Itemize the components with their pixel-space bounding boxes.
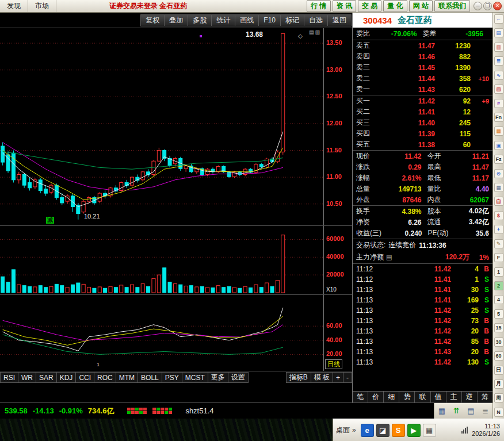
- pencil-icon[interactable]: ✎: [494, 239, 503, 248]
- quote-tab-3[interactable]: 势: [399, 392, 415, 402]
- quote-tab-8[interactable]: 筹: [478, 392, 492, 402]
- tick-row-1[interactable]: 11:1211.411S: [353, 274, 492, 285]
- window-icon[interactable]: ▦: [438, 406, 445, 416]
- indicator-tab-wr[interactable]: WR: [18, 372, 36, 383]
- indicator-tab-设置[interactable]: 设置: [228, 372, 249, 383]
- indicator-action-2[interactable]: +: [333, 372, 343, 383]
- nav-button-5[interactable]: 联系我们: [434, 0, 470, 12]
- period-day[interactable]: 日: [494, 366, 503, 375]
- period-2[interactable]: 2: [494, 281, 503, 290]
- indicator-chart-svg[interactable]: [0, 295, 323, 371]
- toolbar-button-0[interactable]: 复权: [141, 15, 165, 26]
- quote-tab-4[interactable]: 联: [415, 392, 430, 402]
- nav-button-4[interactable]: 网 站: [409, 0, 433, 12]
- report-icon[interactable]: ▤: [494, 28, 503, 37]
- toolbar-button-1[interactable]: 叠加: [165, 15, 188, 26]
- tick-row-0[interactable]: 11:1211.424B: [353, 264, 492, 274]
- chevron-icon[interactable]: »: [352, 426, 356, 434]
- volume-pane[interactable]: 600004000020000X10: [0, 225, 352, 294]
- ie-icon[interactable]: e: [361, 424, 374, 437]
- period-n[interactable]: N: [494, 408, 503, 417]
- taskbar-clock[interactable]: 11:13 2026/1/26: [472, 423, 501, 438]
- quote-tab-7[interactable]: 逆: [462, 392, 478, 402]
- menu-item-0[interactable]: 发现: [0, 0, 28, 12]
- toolbar-button-6[interactable]: 标记: [281, 15, 304, 26]
- buy-row-2[interactable]: 买三11.40245: [353, 117, 492, 128]
- sell-row-0[interactable]: 卖五11.471230: [353, 40, 492, 51]
- list-icon[interactable]: ≣: [494, 56, 503, 66]
- period-15[interactable]: 15: [494, 323, 503, 332]
- period-month[interactable]: 月: [494, 379, 503, 389]
- back-icon[interactable]: ←: [494, 14, 503, 24]
- sell-row-2[interactable]: 卖三11.451390: [353, 62, 492, 73]
- indicator-tab-cci[interactable]: CCI: [76, 372, 94, 383]
- list-icon[interactable]: ≣: [482, 406, 488, 416]
- nav-button-0[interactable]: 行 情: [307, 0, 330, 12]
- nav-button-2[interactable]: 交 易: [358, 0, 381, 12]
- tick-row-5[interactable]: 11:1311.4273B: [353, 316, 492, 326]
- desktop-toolbar-label[interactable]: 桌面: [336, 425, 350, 435]
- toolbar-button-7[interactable]: 自选: [304, 15, 328, 26]
- indicator-action-3[interactable]: -: [343, 372, 352, 383]
- period-30[interactable]: 30: [494, 338, 503, 347]
- indicator-pane[interactable]: 60.0040.0020.00日线 1: [0, 294, 352, 371]
- sell-row-1[interactable]: 卖四11.46882: [353, 51, 492, 62]
- tick-row-7[interactable]: 11:1311.4285B: [353, 336, 492, 347]
- indicator-tab-rsi[interactable]: RSI: [0, 372, 18, 383]
- calc-icon[interactable]: ▣: [494, 141, 503, 150]
- indicator-action-1[interactable]: 模 板: [311, 372, 333, 383]
- up-arrows-icon[interactable]: ⇈: [453, 406, 460, 416]
- toolbar-button-4[interactable]: 画线: [235, 15, 259, 26]
- period-1[interactable]: 1: [494, 267, 503, 277]
- chart-mini-icon[interactable]: ▤: [386, 254, 392, 261]
- period-5[interactable]: 5: [494, 309, 503, 319]
- nav-button-1[interactable]: 资 讯: [333, 0, 356, 12]
- tick-row-2[interactable]: 11:1311.4130S: [353, 285, 492, 295]
- close-button[interactable]: ✕: [493, 2, 502, 10]
- buy-row-3[interactable]: 买四11.39115: [353, 128, 492, 139]
- zoom-icon[interactable]: ⊙: [494, 169, 503, 178]
- kline-icon[interactable]: ▥: [494, 43, 503, 52]
- quote-tab-5[interactable]: 值: [431, 392, 446, 402]
- menu-item-1[interactable]: 市场: [28, 0, 56, 12]
- toolbar-button-3[interactable]: 统计: [212, 15, 235, 26]
- trend-icon[interactable]: ∿: [494, 71, 503, 80]
- money-icon[interactable]: $: [494, 211, 503, 220]
- indicator-tab-更多[interactable]: 更多: [208, 372, 228, 383]
- indicator-action-0[interactable]: 指标B: [286, 372, 311, 383]
- tick-row-9[interactable]: 11:1311.42130S: [353, 357, 492, 367]
- quote-tab-6[interactable]: 主: [446, 392, 462, 402]
- pane-corner-icons[interactable]: ▤▥: [309, 29, 321, 35]
- buy-row-4[interactable]: 买五11.3860: [353, 139, 492, 150]
- kline-pane[interactable]: 13.5013.0012.5012.0011.5011.0010.50 13.6…: [0, 28, 352, 225]
- fn-icon[interactable]: Fn: [494, 113, 503, 122]
- fz-icon[interactable]: Fz: [494, 155, 503, 164]
- arrow-icon[interactable]: ▶: [407, 424, 421, 437]
- network-signal-icon[interactable]: [461, 427, 468, 434]
- tick-list[interactable]: 11:1211.424B11:1211.411S11:1311.4130S11:…: [353, 264, 492, 391]
- toolbar-button-8[interactable]: 返回: [328, 15, 351, 26]
- hash-icon[interactable]: #: [494, 99, 503, 108]
- zixuan-icon[interactable]: 自: [494, 197, 503, 206]
- toolbar-button-5[interactable]: F10: [259, 15, 281, 26]
- period-60[interactable]: 60: [494, 351, 503, 361]
- f-icon[interactable]: F: [494, 253, 503, 262]
- move-icon[interactable]: +: [494, 225, 503, 234]
- sell-row-3[interactable]: 卖二11.44358+10: [353, 73, 492, 84]
- indicator-tab-sar[interactable]: SAR: [36, 372, 57, 383]
- quote-tab-2[interactable]: 细: [384, 392, 399, 402]
- maximize-button[interactable]: ❐: [483, 2, 492, 10]
- indicator-tab-psy[interactable]: PSY: [162, 372, 182, 383]
- tick-row-6[interactable]: 11:1311.4220B: [353, 326, 492, 336]
- sogou-icon[interactable]: S: [392, 424, 405, 437]
- indicator-tab-mtm[interactable]: MTM: [116, 372, 138, 383]
- mark-icon[interactable]: ▨: [494, 85, 503, 94]
- kline-chart-svg[interactable]: [0, 28, 323, 225]
- grid-orange-icon[interactable]: ▦: [494, 126, 503, 136]
- tick-row-8[interactable]: 11:1311.4320B: [353, 347, 492, 357]
- grid-icon[interactable]: ▦: [423, 424, 436, 437]
- sell-row-4[interactable]: 卖一11.43620: [353, 84, 492, 95]
- tick-row-4[interactable]: 11:1311.4225S: [353, 305, 492, 316]
- tick-row-3[interactable]: 11:1311.41169S: [353, 295, 492, 305]
- toolbar-button-2[interactable]: 多股: [188, 15, 212, 26]
